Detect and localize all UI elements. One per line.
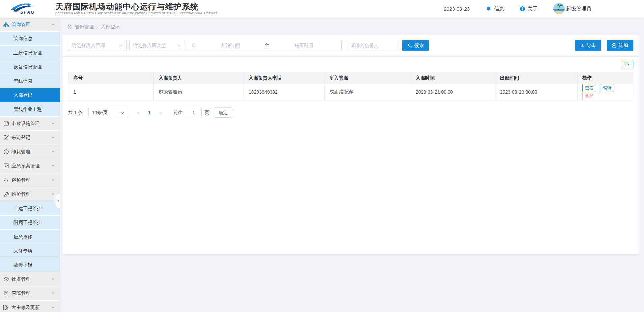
cell-corridor: 成渝路管廊: [325, 84, 411, 100]
messages-button[interactable]: 信息: [486, 6, 504, 12]
chevron-down-icon: [177, 43, 181, 48]
cell-owner: 超级管理员: [154, 84, 244, 100]
plan-icon: [3, 163, 9, 169]
sidebar-item-label: 设备信息管理: [13, 64, 42, 70]
sidebar-item-major-repair[interactable]: 大修专项: [0, 244, 60, 258]
sitemap-icon: [67, 24, 72, 30]
chevron-down-icon: [51, 178, 55, 182]
about-button[interactable]: 关于: [520, 6, 538, 12]
corridor-select[interactable]: 请选择所入管廊: [68, 40, 127, 51]
app-subtitle: OPERATION AND MAINTENANCE SYSTEM OF KINE…: [55, 12, 217, 15]
sidebar-item-label: 管线信息: [13, 78, 32, 84]
export-button[interactable]: 导出: [575, 40, 601, 51]
chevron-down-icon: [51, 277, 55, 281]
sidebar-item-energy-management[interactable]: 能耗管理: [0, 145, 60, 159]
sidebar-item-pipeline-work[interactable]: 管线作业工程: [0, 102, 60, 117]
prev-page-button[interactable]: ‹: [134, 109, 142, 116]
sidebar-item-label: 维护管理: [11, 191, 30, 197]
goto-confirm-button[interactable]: 确定: [214, 107, 232, 118]
messages-label: 信息: [494, 6, 504, 12]
edit-button[interactable]: 编辑: [600, 84, 614, 92]
owner-input[interactable]: [349, 42, 395, 49]
entry-type-select[interactable]: 请选择入廊类型: [129, 40, 185, 51]
sidebar-item-corridor-management[interactable]: 管廊管理: [0, 18, 60, 32]
export-label: 导出: [587, 42, 596, 49]
owner-input-wrap: [346, 40, 398, 51]
start-date-placeholder[interactable]: 开始时间: [196, 42, 265, 49]
breadcrumb-item-current: 入廊登记: [101, 24, 120, 30]
sidebar-item-emergency-plan[interactable]: 应急预案管理: [0, 159, 60, 173]
end-date-placeholder[interactable]: 结束时间: [270, 42, 338, 49]
column-settings-button[interactable]: [622, 60, 633, 68]
sidebar-item-supplies-management[interactable]: 物资管理: [0, 272, 60, 286]
sidebar-item-entry-registration[interactable]: 入廊登记: [0, 88, 60, 102]
sidebar-item-pipeline-info[interactable]: 管线信息: [0, 74, 60, 88]
sidebar-collapse-handle[interactable]: [56, 194, 60, 208]
sidebar-item-maintenance-management[interactable]: 维护管理: [0, 187, 60, 201]
chevron-down-icon: [51, 305, 55, 310]
col-header-phone: 入廊负责人电话: [244, 72, 325, 84]
sidebar-item-civil-info[interactable]: 土建信息管理: [0, 46, 60, 60]
col-header-seq: 序号: [68, 72, 154, 84]
avatar: [553, 3, 565, 14]
cell-exit-time: 2023-03-23 00:00: [495, 84, 578, 100]
edit-icon: [3, 135, 9, 141]
info-circle-icon: [520, 6, 525, 12]
add-label: 添加: [619, 42, 628, 49]
sidebar-item-fault-report[interactable]: 故障上报: [0, 258, 60, 272]
sidebar-item-duty-management[interactable]: 值班管理: [0, 286, 60, 301]
chevron-down-icon: [51, 149, 55, 154]
view-button[interactable]: 查看: [582, 84, 596, 92]
username: 超级管理员: [566, 6, 591, 12]
page-size-select[interactable]: 10条/页: [88, 107, 128, 118]
facility-icon: [3, 121, 9, 126]
sidebar-item-label: 市政设施管理: [11, 121, 40, 127]
goto-unit-label: 页: [205, 110, 209, 116]
sidebar-item-inspection-management[interactable]: 巡检管理: [0, 173, 60, 187]
sidebar-item-label: 能耗管理: [11, 149, 30, 155]
sidebar-item-visitor-registration[interactable]: 来访登记: [0, 131, 60, 145]
add-button[interactable]: 添加: [607, 40, 633, 51]
breadcrumb-separator: ›: [96, 24, 98, 30]
sidebar-item-equipment-info[interactable]: 设备信息管理: [0, 60, 60, 74]
sidebar-item-civil-maintenance[interactable]: 土建工程维护: [0, 201, 60, 216]
sidebar-toggle-button[interactable]: [2, 304, 10, 311]
sidebar-item-label: 附属工程维护: [13, 220, 42, 226]
next-page-button[interactable]: ›: [157, 109, 165, 116]
about-label: 关于: [528, 6, 538, 12]
sidebar-item-label: 大修专项: [13, 248, 32, 254]
sidebar-item-auxiliary-maintenance[interactable]: 附属工程维护: [0, 216, 60, 230]
chevron-down-icon: [51, 121, 55, 126]
sidebar-item-label: 大中修及更新: [11, 305, 40, 311]
sidebar-item-municipal-facilities[interactable]: 市政设施管理: [0, 117, 60, 131]
cell-entry-time: 2023-03-21 00:00: [411, 84, 495, 100]
chevron-down-icon: [119, 43, 123, 48]
goto-page-input[interactable]: [186, 107, 202, 118]
current-date: 2023-03-23: [444, 6, 470, 12]
content-card: 请选择所入管廊 请选择入廊类型 开始时间 至 结束时间: [63, 35, 639, 254]
sidebar-item-label: 巡检管理: [11, 177, 30, 183]
chevron-up-icon: [51, 192, 55, 196]
delete-button[interactable]: 删除: [582, 92, 596, 100]
sidebar-item-corridor-info[interactable]: 管廊信息: [0, 32, 60, 46]
current-page[interactable]: 1: [146, 110, 153, 115]
sfag-logo: SFAG: [9, 2, 44, 15]
sidebar-item-emergency-repair[interactable]: 应急抢修: [0, 230, 60, 244]
clock-icon: [191, 43, 196, 48]
duty-icon: [3, 290, 9, 296]
date-range-picker[interactable]: 开始时间 至 结束时间: [188, 40, 342, 51]
app-title-block: 天府国际机场动能中心运行与维护系统 OPERATION AND MAINTENA…: [55, 2, 217, 15]
bell-icon: [486, 6, 492, 12]
sidebar-item-label: 管线作业工程: [13, 106, 42, 113]
main-content: 管廊管理 › 入廊登记 请选择所入管廊 请选择入廊类型 开始时间 至: [60, 18, 644, 312]
search-label: 搜索: [414, 42, 424, 49]
search-button[interactable]: 搜索: [402, 40, 429, 51]
breadcrumb-item[interactable]: 管廊管理: [75, 24, 94, 30]
inspection-icon: [3, 177, 9, 183]
cell-phone: 18293849382: [244, 84, 325, 100]
expand-icon: [2, 304, 10, 311]
user-menu[interactable]: 超级管理员: [553, 3, 591, 14]
chevron-down-icon: [51, 135, 55, 140]
entry-registration-table: 序号 入廊负责人 入廊负责人电话 所入管廊 入廊时间 出廊时间 操作 1 超级管: [68, 72, 633, 100]
sidebar-item-label: 管廊信息: [13, 36, 32, 42]
